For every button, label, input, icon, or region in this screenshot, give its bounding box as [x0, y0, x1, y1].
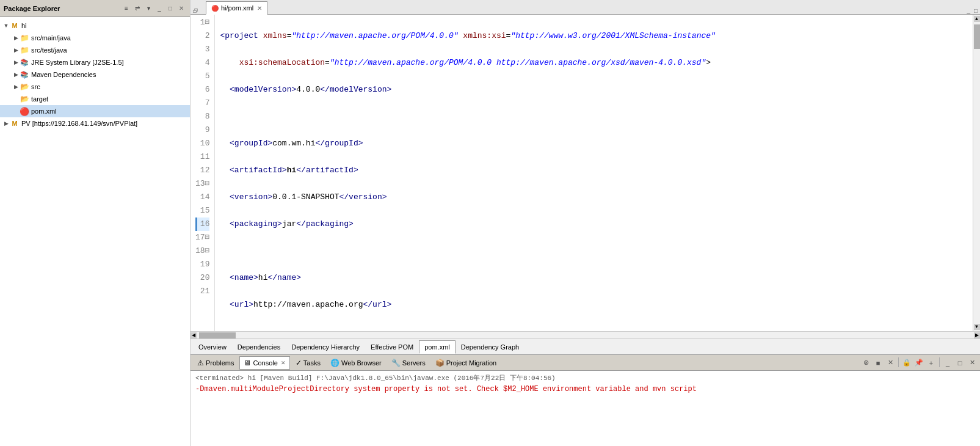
console-stop-btn[interactable]: ■	[873, 357, 884, 368]
tree-label-jre: JRE System Library [J2SE-1.5]	[31, 59, 124, 66]
console-minimize-btn[interactable]: _	[942, 357, 953, 368]
tree-item-src[interactable]: 📂 src	[0, 81, 190, 93]
console-scroll-lock-btn[interactable]: 🔒	[901, 357, 912, 368]
folder-icon-src-test: 📁	[20, 45, 29, 55]
collapse-all-button[interactable]: ≡	[122, 4, 131, 13]
tree-item-jre[interactable]: 📚 JRE System Library [J2SE-1.5]	[0, 56, 190, 68]
tab-dep-graph[interactable]: Dependency Graph	[456, 340, 524, 354]
minimize-panel-button[interactable]: _	[154, 4, 164, 13]
migration-icon: 📦	[435, 359, 445, 367]
console-clear-btn[interactable]: ⊗	[860, 357, 871, 368]
tab-dependencies[interactable]: Dependencies	[232, 340, 286, 354]
tree-item-src-main[interactable]: 📁 src/main/java	[0, 32, 190, 44]
scroll-right-btn[interactable]: ▶	[974, 332, 980, 338]
editor-window-controls: 🗗	[191, 8, 203, 14]
linenum-4: 4	[195, 56, 209, 70]
maximize-panel-button[interactable]: □	[165, 4, 175, 13]
library-icon-maven: 📚	[20, 70, 29, 79]
console-maximize-btn[interactable]: □	[954, 357, 965, 368]
tree-label-src-test: src/test/java	[31, 46, 67, 54]
arrow-src[interactable]	[12, 84, 20, 90]
package-explorer-title: Package Explorer	[4, 5, 119, 12]
editor-toolbar-right: _ □	[967, 7, 980, 14]
console-terminated-text: <terminated> hi [Maven Build] F:\Java\jd…	[195, 373, 975, 382]
editor-tab-bar: 🗗 🔴 hi/pom.xml ✕ _ □	[191, 0, 980, 15]
code-editor[interactable]: 1⊟ 2 3 4 5 6 7 8 9 10 11 12 13⊟ 14	[191, 15, 980, 331]
console-tab-servers[interactable]: 🔧 Servers	[387, 356, 430, 370]
link-editor-button[interactable]: ⇌	[132, 4, 142, 13]
tree-item-pv[interactable]: M PV [https://192.168.41.149/svn/PVPlat]	[0, 117, 190, 130]
h-scroll-track[interactable]	[197, 332, 974, 338]
tab-pom-close[interactable]: ✕	[257, 5, 262, 12]
arrow-jre[interactable]	[12, 59, 20, 65]
horizontal-scrollbar[interactable]: ◀ ▶	[191, 331, 980, 338]
tree-label-maven-deps: Maven Dependencies	[31, 71, 96, 78]
panel-menu-button[interactable]: ▾	[143, 4, 153, 13]
problems-icon: ⚠	[197, 359, 204, 367]
code-line-12	[220, 325, 973, 331]
project-icon-hi: M	[10, 21, 20, 31]
tree-item-target[interactable]: 📂 target	[0, 93, 190, 105]
tab-effective-pom[interactable]: Effective POM	[365, 340, 419, 354]
console-pin-btn[interactable]: 📌	[913, 357, 924, 368]
migration-label: Project Migration	[446, 359, 497, 367]
tree-item-pom[interactable]: 🔴 pom.xml	[0, 105, 190, 117]
scroll-thumb[interactable]	[974, 24, 980, 49]
scroll-up-btn[interactable]: ▲	[974, 16, 980, 22]
code-line-10: <name>hi</name>	[220, 271, 973, 285]
code-content[interactable]: <project xmlns="http://maven.apache.org/…	[215, 15, 973, 331]
tab-dep-hierarchy[interactable]: Dependency Hierarchy	[286, 340, 365, 354]
console-tab-tasks[interactable]: ✓ Tasks	[291, 356, 325, 370]
tree-item-hi[interactable]: M hi	[0, 20, 190, 32]
panel-header: Package Explorer ≡ ⇌ ▾ _ □ ✕	[0, 0, 190, 17]
editor-maximize-btn[interactable]: □	[974, 7, 978, 14]
arrow-hi[interactable]	[2, 23, 10, 29]
arrow-pv[interactable]	[2, 120, 10, 126]
problems-label: Problems	[206, 359, 234, 367]
linenum-20: 20	[195, 271, 209, 285]
linenum-1: 1⊟	[195, 16, 209, 29]
tree-item-maven-deps[interactable]: 📚 Maven Dependencies	[0, 68, 190, 81]
web-label: Web Browser	[341, 359, 382, 367]
tab-pom-xml[interactable]: 🔴 hi/pom.xml ✕	[206, 1, 267, 15]
h-scroll-thumb[interactable]	[199, 332, 236, 338]
linenum-21: 21	[195, 285, 209, 298]
arrow-maven-deps[interactable]	[12, 71, 20, 78]
linenum-13: 13⊟	[195, 177, 209, 191]
console-tab-migration[interactable]: 📦 Project Migration	[431, 356, 501, 370]
console-new-btn[interactable]: +	[926, 357, 937, 368]
code-line-5: <groupId>com.wm.hi</groupId>	[220, 137, 973, 150]
console-close-x-btn[interactable]: ✕	[967, 357, 978, 368]
console-tab-problems[interactable]: ⚠ Problems	[193, 356, 238, 370]
arrow-src-test[interactable]	[12, 47, 20, 53]
tree-item-src-test[interactable]: 📁 src/test/java	[0, 44, 190, 56]
console-close-btn[interactable]: ✕	[281, 360, 286, 366]
code-line-11: <url>http://maven.apache.org</url>	[220, 298, 973, 312]
editor-minimize-btn[interactable]: _	[967, 7, 970, 14]
console-remove-btn[interactable]: ✕	[885, 357, 896, 368]
console-tab-webbrowser[interactable]: 🌐 Web Browser	[326, 356, 386, 370]
editor-pane: 🗗 🔴 hi/pom.xml ✕ _ □	[191, 0, 980, 354]
restore-icon[interactable]: 🗗	[193, 8, 198, 14]
tab-overview[interactable]: Overview	[193, 340, 232, 354]
web-icon: 🌐	[330, 359, 339, 367]
tree-label-src: src	[31, 83, 40, 90]
console-separator	[898, 357, 899, 367]
scroll-left-btn[interactable]: ◀	[191, 332, 197, 338]
arrow-src-main[interactable]	[12, 35, 20, 41]
package-explorer-panel: Package Explorer ≡ ⇌ ▾ _ □ ✕ M hi	[0, 0, 191, 446]
tab-pom-xml[interactable]: pom.xml	[419, 340, 456, 354]
vertical-scrollbar[interactable]: ▲ ▼	[973, 15, 980, 331]
tab-pom-icon: 🔴	[211, 5, 219, 12]
close-panel-button[interactable]: ✕	[176, 4, 186, 13]
linenum-16: 16	[195, 218, 209, 231]
linenum-10: 10	[195, 137, 209, 150]
tasks-icon: ✓	[296, 359, 302, 367]
console-error-text: -Dmaven.multiModuleProjectDirectory syst…	[195, 385, 975, 393]
servers-icon: 🔧	[391, 359, 401, 367]
scroll-track[interactable]	[974, 22, 980, 324]
scroll-down-btn[interactable]: ▼	[974, 324, 980, 330]
project-icon-pv: M	[10, 119, 20, 128]
code-line-8: <packaging>jar</packaging>	[220, 218, 973, 231]
console-tab-console[interactable]: 🖥 Console ✕	[239, 356, 289, 370]
